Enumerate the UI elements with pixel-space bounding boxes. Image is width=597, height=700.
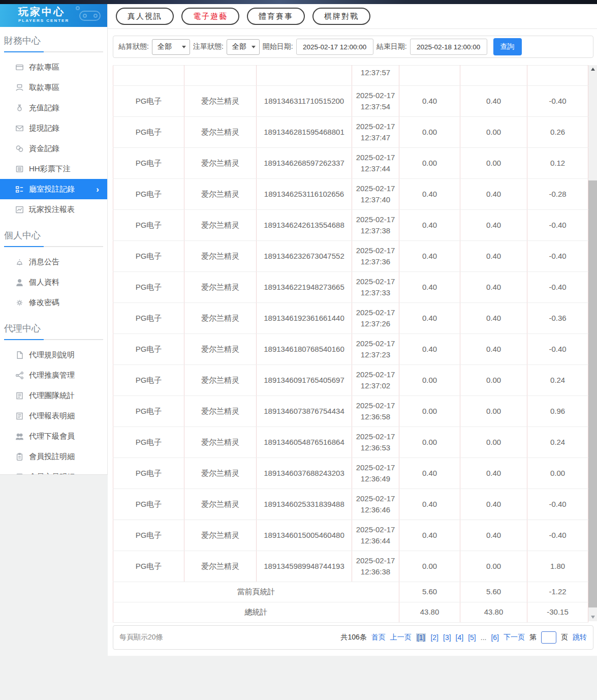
- sidebar-item-deposit[interactable]: 存款專區: [0, 57, 107, 77]
- sidebar-item-player-bet-report[interactable]: 玩家投注報表: [0, 199, 107, 220]
- gamepad-icon: [73, 5, 104, 27]
- pagination-page-4[interactable]: [4]: [456, 633, 464, 642]
- pagination-page-3[interactable]: [3]: [443, 633, 451, 642]
- sidebar-item-agent-sub-members[interactable]: 代理下級會員: [0, 426, 107, 446]
- cell-valid-bet: 0.40: [460, 179, 527, 210]
- agent-sub-members-icon: [15, 432, 24, 441]
- cell-valid-bet: 0.00: [460, 365, 527, 396]
- bet-date: 2025-02-17: [353, 400, 398, 412]
- sidebar-item-lottery-bet[interactable]: HH彩票下注: [0, 159, 107, 179]
- cell-platform: PG电子: [113, 458, 184, 489]
- sidebar-item-room-bet-record[interactable]: 廳室投註記錄 ›: [0, 179, 107, 199]
- table-row: PG电子 爱尔兰精灵 1891346015005460480 2025-02-1…: [113, 520, 588, 551]
- vertical-scrollbar[interactable]: [588, 65, 597, 621]
- cell-bet-time: 2025-02-17 12:37:38: [352, 210, 399, 241]
- cell-win-loss: -0.40: [527, 334, 588, 365]
- settle-status-label: 結算狀態:: [118, 42, 149, 51]
- sidebar-item-label: 玩家投注報表: [29, 205, 75, 215]
- jump-button[interactable]: 跳转: [573, 633, 587, 642]
- cell-bet-time: 2025-02-17 12:37:54: [352, 86, 399, 117]
- cell-platform: [113, 66, 184, 86]
- pagination-page-1[interactable]: [1]: [416, 633, 426, 642]
- table-row: PG电子 爱尔兰精灵 1891346221948273665 2025-02-1…: [113, 272, 588, 303]
- cell-platform: PG电子: [113, 117, 184, 148]
- funds-record-icon: [15, 144, 24, 153]
- cell-platform: PG电子: [113, 365, 184, 396]
- cell-order-id: 1891346037688243203: [257, 458, 352, 489]
- pagination-page-6[interactable]: [6]: [491, 633, 499, 642]
- cell-win-loss: -0.40: [527, 520, 588, 551]
- jump-page-input[interactable]: [541, 631, 556, 644]
- tab-board-card-games[interactable]: 棋牌對戰: [312, 8, 370, 25]
- deposit-icon: [15, 63, 24, 72]
- pagination-page-5[interactable]: [5]: [468, 633, 476, 642]
- cell-game: [184, 66, 257, 86]
- summary-row: 總統計 43.80 43.80 -30.15: [113, 602, 588, 623]
- pagination-next[interactable]: 下一页: [504, 633, 525, 642]
- sidebar-item-notice[interactable]: 消息公告: [0, 252, 107, 272]
- end-date-input[interactable]: [410, 39, 487, 55]
- cell-game: 爱尔兰精灵: [184, 489, 257, 520]
- member-bet-detail-icon: [15, 452, 24, 461]
- cell-game: 爱尔兰精灵: [184, 179, 257, 210]
- bet-time: 12:37:44: [353, 163, 398, 175]
- scroll-down-arrow-icon[interactable]: [588, 613, 597, 621]
- cell-valid-bet: 0.40: [460, 86, 527, 117]
- sidebar-item-member-bet-detail[interactable]: 會員投註明細: [0, 446, 107, 467]
- cell-bet-amount: [399, 66, 460, 86]
- order-status-select[interactable]: 全部: [227, 39, 260, 55]
- sidebar-item-label: 代理報表明細: [29, 411, 75, 421]
- pagination-page-2[interactable]: [2]: [430, 633, 438, 642]
- sidebar-item-recharge-record[interactable]: 充值記錄: [0, 98, 107, 118]
- bet-records-table: 12:37:57 PG电子 爱尔兰精灵 1891346311710515200 …: [113, 65, 588, 623]
- sidebar-item-agent-rules[interactable]: 代理規則說明: [0, 345, 107, 365]
- bet-date: 2025-02-17: [353, 90, 398, 102]
- sidebar-item-agent-team-stats[interactable]: 代理團隊統計: [0, 385, 107, 406]
- sidebar-item-funds-record[interactable]: 資金記錄: [0, 138, 107, 159]
- sidebar-item-label: 代理團隊統計: [29, 391, 75, 401]
- sidebar-item-profile[interactable]: 個人資料: [0, 272, 107, 292]
- cell-game: 爱尔兰精灵: [184, 520, 257, 551]
- bet-time: 12:37:38: [353, 225, 398, 237]
- bet-time: 12:36:44: [353, 535, 398, 547]
- tab-sports-events[interactable]: 體育賽事: [247, 8, 305, 25]
- cell-platform: PG电子: [113, 86, 184, 117]
- sidebar-logo: 玩家中心 PLAYERS CENTER: [0, 4, 107, 27]
- sidebar-item-agent-promotion[interactable]: 代理推廣管理: [0, 365, 107, 385]
- sidebar-sections: 財務中心 存款專區 取款專區 充值記錄 提現記錄 資金記錄 HH彩票下注: [0, 35, 107, 489]
- scroll-up-arrow-icon[interactable]: [588, 65, 597, 73]
- cell-valid-bet: 0.00: [460, 396, 527, 427]
- cell-platform: PG电子: [113, 396, 184, 427]
- start-date-input[interactable]: [296, 39, 373, 55]
- summary-win-loss: -1.22: [527, 582, 588, 602]
- sidebar-item-password[interactable]: 修改密碼: [0, 292, 107, 313]
- cell-bet-time: 2025-02-17 12:37:33: [352, 272, 399, 303]
- sidebar-item-withdraw[interactable]: 取款專區: [0, 77, 107, 98]
- bet-time: 12:37:36: [353, 256, 398, 268]
- pagination-first[interactable]: 首页: [371, 633, 386, 642]
- sidebar: 玩家中心 PLAYERS CENTER 財務中心 存款專區 取款專區 充值記錄 …: [0, 4, 108, 474]
- summary-bet-amount: 5.60: [399, 582, 460, 602]
- bet-time: 12:36:46: [353, 504, 398, 516]
- sidebar-item-label: 會員投註明細: [29, 452, 75, 462]
- tab-electronic-games[interactable]: 電子遊藝: [181, 8, 239, 25]
- scrollbar-thumb[interactable]: [588, 180, 597, 607]
- order-status-value: 全部: [232, 42, 246, 51]
- sidebar-item-withdraw-record[interactable]: 提現記錄: [0, 118, 107, 138]
- tab-live-video[interactable]: 真人視訊: [116, 8, 174, 25]
- settle-status-select[interactable]: 全部: [152, 39, 190, 55]
- sidebar-item-agent-report-detail[interactable]: 代理報表明細: [0, 406, 107, 426]
- cell-bet-amount: 0.00: [399, 148, 460, 179]
- password-icon: [15, 298, 24, 307]
- cell-game: 爱尔兰精灵: [184, 551, 257, 582]
- cell-order-id: 1891346025331839488: [257, 489, 352, 520]
- bet-time: 12:36:49: [353, 473, 398, 485]
- pagination-prev[interactable]: 上一页: [390, 633, 412, 642]
- room-bet-record-icon: [15, 185, 24, 194]
- jump-suffix-text: 页: [561, 633, 568, 642]
- cell-game: 爱尔兰精灵: [184, 365, 257, 396]
- search-button[interactable]: 查詢: [493, 38, 522, 55]
- cell-win-loss: -0.40: [527, 86, 588, 117]
- cell-win-loss: 0.24: [527, 365, 588, 396]
- cell-game: 爱尔兰精灵: [184, 210, 257, 241]
